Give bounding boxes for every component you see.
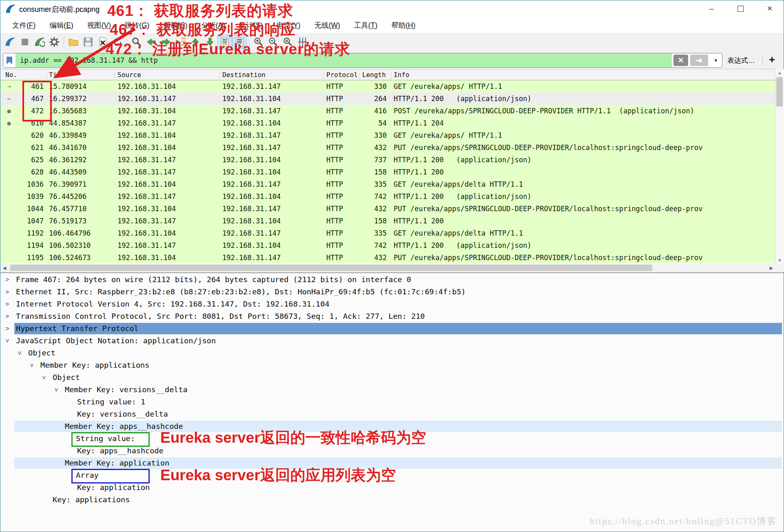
filter-bookmark-icon[interactable]	[3, 53, 16, 67]
menu-item-w[interactable]: 无线(W)	[308, 20, 347, 30]
collapse-arrow-icon[interactable]: >	[26, 362, 38, 369]
scroll-right-icon[interactable]: ▶	[767, 264, 775, 272]
cell-no: 1047	[12, 215, 44, 227]
expand-arrow-icon[interactable]: >	[4, 310, 11, 322]
scroll-left-icon[interactable]: ◀	[0, 264, 9, 272]
detail-line-0[interactable]: >Frame 467: 264 bytes on wire (2112 bits…	[0, 274, 784, 286]
packet-row-461[interactable]: →46115.780914192.168.31.104192.168.31.14…	[0, 80, 775, 93]
packet-list-header[interactable]: No.TimeSourceDestinationProtocolLengthIn…	[0, 69, 775, 80]
packet-row-1192[interactable]: 1192106.464796192.168.31.104192.168.31.1…	[0, 227, 775, 239]
collapse-arrow-icon[interactable]: >	[1, 337, 13, 344]
menu-item-f[interactable]: 文件(F)	[5, 20, 42, 30]
column-header-source[interactable]: Source	[117, 71, 141, 79]
packet-row-1047[interactable]: 104776.519173192.168.31.147192.168.31.10…	[0, 215, 775, 227]
menu-item-h[interactable]: 帮助(H)	[384, 20, 422, 30]
capture-options-icon[interactable]	[47, 35, 62, 49]
detail-line-8[interactable]: >Object	[0, 371, 784, 384]
expand-arrow-icon[interactable]: >	[4, 274, 11, 286]
column-separator[interactable]	[323, 70, 324, 79]
scroll-up-icon[interactable]: ▲	[775, 69, 784, 76]
packet-row-628[interactable]: 62846.443509192.168.31.147192.168.31.104…	[0, 166, 775, 178]
detail-line-7[interactable]: >Member Key: applications	[0, 359, 784, 371]
cell-src: 192.168.31.104	[117, 80, 176, 93]
packet-row-472[interactable]: ●47216.365683192.168.31.104192.168.31.14…	[0, 105, 775, 117]
column-header-destination[interactable]: Destination	[222, 71, 266, 79]
detail-line-10[interactable]: String value: 1	[0, 396, 784, 408]
detail-text: Ethernet II, Src: Raspberr_23:b2:e8 (b8:…	[16, 286, 466, 298]
cell-len: 335	[354, 178, 387, 190]
cell-src: 192.168.31.104	[117, 252, 176, 263]
cell-time: 46.341670	[49, 141, 86, 154]
packet-row-625[interactable]: 62546.361292192.168.31.147192.168.31.104…	[0, 154, 775, 166]
packet-row-621[interactable]: 62146.341670192.168.31.104192.168.31.147…	[0, 141, 775, 154]
detail-line-9[interactable]: >Member Key: versions__delta	[0, 384, 784, 396]
expression-button[interactable]: 表达式…	[727, 56, 755, 65]
filter-clear-icon[interactable]: ✕	[673, 55, 688, 66]
scroll-down-icon[interactable]: ▼	[775, 256, 784, 264]
packet-row-610[interactable]: ●61044.854387192.168.31.147192.168.31.10…	[0, 117, 775, 129]
vertical-scrollbar[interactable]: ▲ ▼	[775, 69, 784, 264]
column-header-no[interactable]: No.	[5, 71, 17, 79]
column-header-protocol[interactable]: Protocol	[326, 71, 358, 79]
expand-arrow-icon[interactable]: >	[4, 322, 11, 335]
cell-len: 330	[354, 80, 387, 93]
packet-row-1036[interactable]: 103676.390971192.168.31.104192.168.31.14…	[0, 178, 775, 190]
column-header-time[interactable]: Time	[49, 71, 65, 79]
cell-time: 46.339849	[49, 129, 86, 141]
detail-line-5[interactable]: >JavaScript Object Notation: application…	[0, 335, 784, 347]
packet-row-620[interactable]: 62046.339849192.168.31.104192.168.31.147…	[0, 129, 775, 141]
cell-dst: 192.168.31.104	[222, 93, 281, 105]
filter-dropdown-icon[interactable]: ▼	[711, 53, 721, 67]
cell-info: GET /eureka/apps/ HTTP/1.1	[394, 80, 775, 93]
collapse-arrow-icon[interactable]: >	[13, 349, 26, 357]
detail-text: Key: application	[77, 481, 150, 494]
horizontal-scroll-thumb[interactable]	[10, 265, 652, 271]
collapse-arrow-icon[interactable]: >	[50, 386, 62, 393]
column-separator[interactable]	[115, 70, 115, 79]
packet-row-467[interactable]: ←46716.299372192.168.31.147192.168.31.10…	[0, 93, 775, 105]
horizontal-scrollbar[interactable]: ◀ ▶	[0, 264, 784, 272]
packet-row-1194[interactable]: 1194106.502310192.168.31.147192.168.31.1…	[0, 239, 775, 252]
filter-apply-icon[interactable]: ➜	[690, 55, 708, 66]
annotation-line-461: 461： 获取服务列表的请求	[107, 1, 293, 21]
column-header-info[interactable]: Info	[394, 71, 410, 79]
column-separator[interactable]	[219, 70, 220, 79]
save-file-icon[interactable]	[81, 35, 95, 49]
column-header-length[interactable]: Length	[362, 71, 386, 79]
collapse-arrow-icon[interactable]: >	[38, 374, 50, 381]
cell-proto: HTTP	[326, 166, 343, 178]
cell-proto: HTTP	[326, 227, 343, 239]
detail-line-4[interactable]: >Hypertext Transfer Protocol	[0, 322, 784, 335]
expand-arrow-icon[interactable]: >	[4, 286, 11, 298]
restart-capture-icon[interactable]	[32, 35, 47, 49]
packet-row-1039[interactable]: 103976.445206192.168.31.147192.168.31.10…	[0, 190, 775, 203]
column-separator[interactable]	[359, 70, 360, 79]
close-button[interactable]: ×	[763, 3, 777, 14]
maximize-button[interactable]	[733, 3, 747, 14]
cell-dst: 192.168.31.147	[222, 129, 281, 141]
cell-src: 192.168.31.147	[117, 117, 176, 129]
stop-capture-icon[interactable]	[18, 35, 32, 49]
cell-info: PUT /eureka/apps/SPRINGCLOUD-DEEP-PROVID…	[394, 203, 775, 215]
menu-item-t[interactable]: 工具(T)	[347, 20, 384, 30]
column-separator[interactable]	[47, 70, 47, 79]
detail-line-11[interactable]: Key: versions__delta	[0, 408, 784, 420]
vertical-scroll-thumb[interactable]	[776, 77, 783, 106]
cell-proto: HTTP	[326, 141, 343, 154]
column-separator[interactable]	[391, 70, 392, 79]
packet-row-1195[interactable]: 1195106.524673192.168.31.104192.168.31.1…	[0, 252, 775, 263]
detail-text: Key: versions__delta	[77, 408, 168, 420]
add-filter-button[interactable]: +	[769, 53, 775, 66]
detail-text: String value: 1	[77, 396, 145, 408]
start-capture-icon[interactable]	[3, 35, 18, 49]
open-file-icon[interactable]	[66, 35, 81, 49]
detail-line-2[interactable]: >Internet Protocol Version 4, Src: 192.1…	[0, 298, 784, 310]
detail-line-3[interactable]: >Transmission Control Protocol, Src Port…	[0, 310, 784, 322]
detail-line-18[interactable]: Key: applications	[0, 494, 784, 506]
menu-item-e[interactable]: 编辑(E)	[42, 20, 80, 30]
detail-line-6[interactable]: >Object	[0, 347, 784, 359]
expand-arrow-icon[interactable]: >	[4, 298, 11, 310]
packet-row-1044[interactable]: 104476.457710192.168.31.104192.168.31.14…	[0, 203, 775, 215]
minimize-button[interactable]: –	[704, 3, 718, 14]
detail-line-1[interactable]: >Ethernet II, Src: Raspberr_23:b2:e8 (b8…	[0, 286, 784, 298]
